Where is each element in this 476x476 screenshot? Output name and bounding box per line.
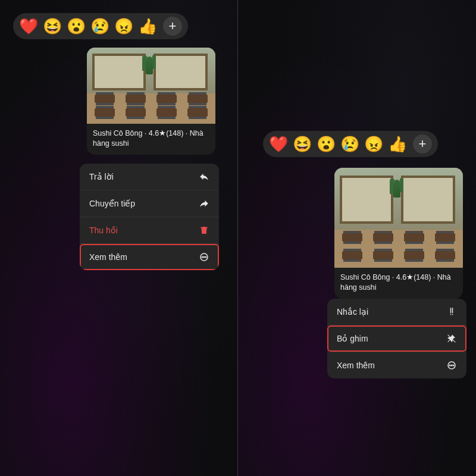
svg-point-5 [449, 365, 450, 366]
reaction-bar: ❤️ 😆 😮 😢 😠 👍 + [13, 13, 188, 39]
menu-item-label: Trả lời [89, 172, 114, 181]
menu-item-more[interactable]: Xem thêm [80, 244, 219, 270]
menu-item-unpin[interactable]: Bỏ ghim [327, 325, 466, 352]
menu-item-recall[interactable]: Thu hồi [80, 217, 219, 244]
reaction-heart[interactable]: ❤️ [19, 17, 38, 36]
message-image[interactable] [334, 168, 463, 268]
message-caption: Sushi Cô Bông · 4.6★(148) · Nhà hàng sus… [87, 124, 215, 155]
more-icon [446, 360, 457, 371]
svg-point-7 [453, 365, 454, 366]
context-menu: Nhắc lại Bỏ ghim Xem thêm [327, 299, 466, 378]
unpin-icon [446, 333, 457, 344]
svg-point-3 [205, 256, 206, 258]
reaction-add-button[interactable]: + [413, 134, 432, 154]
reaction-wow[interactable]: 😮 [67, 17, 86, 36]
reaction-cry[interactable]: 😢 [340, 134, 359, 154]
menu-item-remind[interactable]: Nhắc lại [327, 299, 466, 325]
menu-item-more[interactable]: Xem thêm [327, 352, 466, 378]
menu-item-label: Bỏ ghim [337, 334, 368, 343]
reaction-add-button[interactable]: + [163, 17, 182, 36]
message-image[interactable] [87, 48, 215, 124]
menu-item-label: Chuyển tiếp [89, 199, 135, 208]
menu-item-label: Xem thêm [89, 252, 127, 262]
menu-item-label: Nhắc lại [337, 307, 368, 317]
reaction-laugh[interactable]: 😆 [43, 17, 62, 36]
svg-point-2 [203, 256, 205, 258]
reaction-angry[interactable]: 😠 [364, 134, 383, 154]
reaction-angry[interactable]: 😠 [114, 17, 133, 36]
reaction-cry[interactable]: 😢 [90, 17, 109, 36]
menu-item-forward[interactable]: Chuyển tiếp [80, 190, 219, 217]
message-card[interactable]: Sushi Cô Bông · 4.6★(148) · Nhà hàng sus… [334, 168, 463, 299]
reaction-laugh[interactable]: 😆 [293, 134, 312, 154]
context-menu: Trả lời Chuyển tiếp Thu hồi Xem thêm [80, 164, 219, 270]
alert-icon [446, 306, 457, 317]
message-card[interactable]: Sushi Cô Bông · 4.6★(148) · Nhà hàng sus… [87, 48, 215, 155]
svg-point-6 [451, 365, 452, 366]
reaction-bar: ❤️ 😆 😮 😢 😠 👍 + [263, 131, 438, 157]
forward-icon [199, 198, 209, 209]
reaction-wow[interactable]: 😮 [317, 134, 336, 154]
more-icon [199, 252, 209, 262]
screenshot-panel-1: ❤️ 😆 😮 😢 😠 👍 + Sushi Cô Bông · 4.6★(148)… [0, 0, 238, 476]
menu-item-reply[interactable]: Trả lời [80, 164, 219, 190]
reaction-heart[interactable]: ❤️ [269, 134, 288, 154]
svg-point-1 [202, 256, 203, 258]
reaction-like[interactable]: 👍 [138, 17, 157, 36]
menu-item-label: Thu hồi [89, 226, 118, 235]
message-caption: Sushi Cô Bông · 4.6★(148) · Nhà hàng sus… [334, 268, 463, 299]
trash-icon [199, 225, 209, 236]
reaction-like[interactable]: 👍 [388, 134, 407, 154]
reply-icon [199, 171, 209, 182]
screenshot-panel-2: ❤️ 😆 😮 😢 😠 👍 + Sushi Cô Bông · 4.6★(148)… [238, 0, 476, 476]
menu-item-label: Xem thêm [337, 361, 375, 370]
